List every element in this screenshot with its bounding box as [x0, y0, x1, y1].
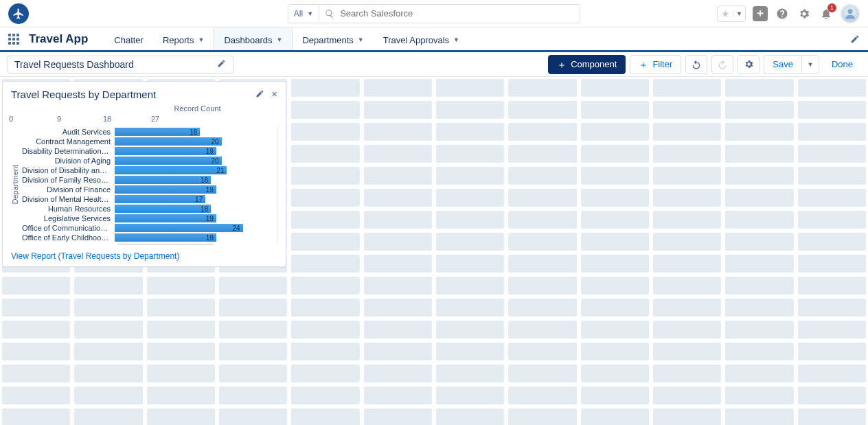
- bar-track: 19: [115, 185, 273, 194]
- app-launcher-icon[interactable]: [8, 34, 19, 45]
- button-label: Save: [773, 59, 793, 69]
- bar-row: Legislative Services19: [22, 214, 273, 223]
- chevron-down-icon[interactable]: ▼: [453, 36, 459, 43]
- bar-track: 17: [115, 194, 273, 204]
- button-label: Done: [832, 59, 853, 69]
- bar-track: 21: [115, 165, 273, 175]
- chart-body: Department Audit Services16Contract Mana…: [11, 127, 277, 242]
- redo-button[interactable]: [711, 55, 733, 74]
- favorites-dropdown[interactable]: ★ ▼: [717, 5, 746, 22]
- bar[interactable]: 24: [115, 224, 243, 232]
- chevron-down-icon[interactable]: ▼: [277, 36, 283, 43]
- nav-tab-dashboards[interactable]: Dashboards ▼: [214, 27, 293, 50]
- chart-scroll-indicator: [117, 244, 214, 244]
- chart-card[interactable]: Travel Requests by Department × Record C…: [2, 81, 286, 267]
- search-scope-label: All: [294, 9, 303, 19]
- bar-track: 16: [115, 127, 273, 137]
- dashboard-canvas[interactable]: Travel Requests by Department × Record C…: [0, 77, 868, 425]
- bar[interactable]: 21: [115, 166, 227, 174]
- button-label: Filter: [652, 59, 672, 69]
- help-icon[interactable]: [775, 6, 790, 21]
- search-scope-dropdown[interactable]: All ▼: [288, 4, 319, 23]
- dashboard-title: Travel Requests Dashboard: [14, 59, 134, 70]
- star-icon: ★: [718, 8, 733, 19]
- dashboard-title-input[interactable]: Travel Requests Dashboard: [7, 56, 233, 73]
- global-search: All ▼: [288, 4, 580, 23]
- bar-row: Division of Mental Health a…17: [22, 194, 273, 204]
- bar-label: Division of Aging: [22, 157, 115, 165]
- save-button[interactable]: Save: [764, 55, 801, 74]
- header-icon-cluster: ★ ▼ ＋ 1: [717, 4, 860, 23]
- chevron-down-icon[interactable]: ▼: [358, 36, 364, 43]
- bar-row: Human Resources18: [22, 204, 273, 214]
- edit-nav-pencil-icon[interactable]: [850, 34, 860, 46]
- caret-down-icon: ▼: [307, 10, 313, 17]
- nav-tab-label: Dashboards: [224, 35, 272, 45]
- bar-label: Division of Mental Health a…: [22, 195, 115, 203]
- bar[interactable]: 20: [115, 137, 222, 146]
- settings-button[interactable]: [738, 55, 760, 74]
- bar[interactable]: 19: [115, 185, 216, 194]
- bar-track: 24: [115, 223, 273, 233]
- bar[interactable]: 18: [115, 205, 211, 213]
- user-avatar[interactable]: [841, 4, 860, 23]
- bar-row: Contract Management20: [22, 137, 273, 146]
- bar-label: Division of Disability and Re…: [22, 166, 115, 174]
- bar[interactable]: 20: [115, 157, 222, 165]
- dashboard-toolbar: Travel Requests Dashboard ＋ Component ＋ …: [0, 52, 868, 77]
- bar-label: Office of Early Childhood a…: [22, 233, 115, 242]
- plane-icon: [12, 8, 25, 20]
- notifications-bell-icon[interactable]: 1: [819, 6, 834, 21]
- nav-tab-label: Reports: [163, 35, 194, 45]
- bar[interactable]: 17: [115, 195, 205, 203]
- chart-y-axis-title: Department: [11, 165, 19, 204]
- bar-row: Disability Determination Bu…19: [22, 146, 273, 156]
- pencil-icon[interactable]: [217, 59, 226, 70]
- gear-icon: [744, 59, 754, 69]
- chart-bars: Audit Services16Contract Management20Dis…: [22, 127, 277, 242]
- chevron-down-icon[interactable]: ▼: [198, 36, 204, 43]
- bar-track: 18: [115, 204, 273, 214]
- done-button[interactable]: Done: [823, 55, 861, 74]
- nav-tab-departments[interactable]: Departments ▼: [293, 27, 373, 50]
- nav-tab-reports[interactable]: Reports ▼: [153, 27, 214, 50]
- bar[interactable]: 19: [115, 233, 216, 242]
- search-input[interactable]: [340, 8, 574, 19]
- button-label: Component: [571, 59, 617, 69]
- bar-label: Contract Management: [22, 137, 115, 146]
- save-dropdown[interactable]: ▼: [801, 55, 819, 74]
- bar-row: Division of Family Resources18: [22, 175, 273, 185]
- nav-tab-chatter[interactable]: Chatter: [104, 27, 153, 50]
- pencil-icon[interactable]: [255, 89, 264, 100]
- undo-button[interactable]: [685, 55, 707, 74]
- notification-badge: 1: [827, 3, 836, 12]
- add-filter-button[interactable]: ＋ Filter: [630, 55, 681, 74]
- bar-row: Audit Services16: [22, 127, 273, 137]
- nav-tabs: Chatter Reports ▼ Dashboards ▼ Departmen…: [104, 27, 469, 50]
- bar[interactable]: 19: [115, 147, 216, 155]
- bar[interactable]: 16: [115, 128, 200, 136]
- bar-label: Human Resources: [22, 205, 115, 213]
- bar-row: Division of Aging20: [22, 156, 273, 165]
- add-component-button[interactable]: ＋ Component: [548, 55, 626, 74]
- nav-tab-label: Departments: [302, 35, 353, 45]
- global-add-button[interactable]: ＋: [753, 6, 768, 21]
- bar-track: 19: [115, 214, 273, 223]
- nav-tab-label: Chatter: [114, 35, 144, 45]
- bar-label: Disability Determination Bu…: [22, 147, 115, 155]
- close-icon[interactable]: ×: [271, 89, 277, 100]
- bar-row: Division of Finance19: [22, 185, 273, 194]
- nav-tab-travel-approvals[interactable]: Travel Approvals ▼: [374, 27, 469, 50]
- plus-icon: ＋: [557, 60, 567, 69]
- bar-track: 18: [115, 175, 273, 185]
- search-box[interactable]: [319, 4, 580, 23]
- global-header: All ▼ ★ ▼ ＋ 1: [0, 0, 868, 27]
- bar[interactable]: 18: [115, 176, 211, 184]
- view-report-link[interactable]: View Report (Travel Requests by Departme…: [11, 251, 277, 261]
- card-header: Travel Requests by Department ×: [11, 89, 277, 100]
- bar[interactable]: 19: [115, 214, 216, 222]
- avatar-icon: [843, 7, 857, 21]
- setup-gear-icon[interactable]: [797, 6, 812, 21]
- app-logo: [8, 3, 29, 24]
- nav-tab-label: Travel Approvals: [383, 35, 449, 45]
